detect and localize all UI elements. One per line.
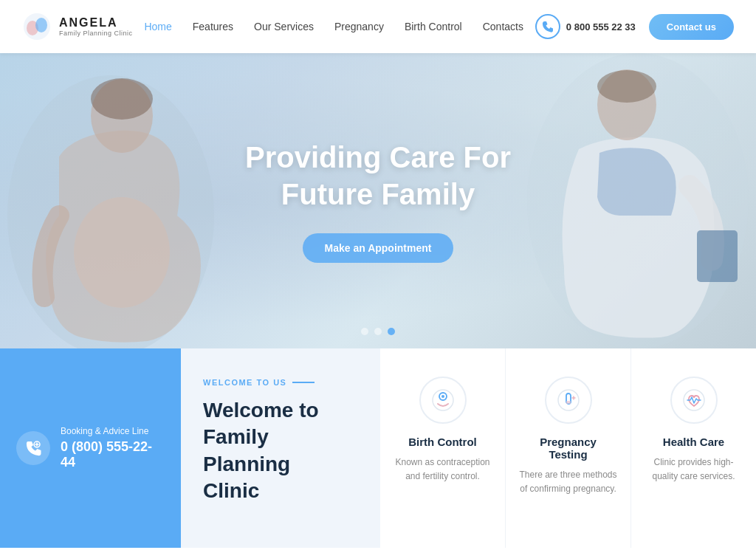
hero-dots <box>361 328 395 335</box>
hero-content: Providing Care For Future Family Make an… <box>245 139 511 263</box>
main-nav: Home Features Our Services Pregnancy Bir… <box>144 21 523 32</box>
welcome-title: Welcome to Family Planning Clinic <box>203 397 358 505</box>
booking-phone: 0 (800) 555-22-44 <box>61 439 165 470</box>
nav-birth-control[interactable]: Birth Control <box>405 21 462 32</box>
booking-panel: Booking & Advice Line 0 (800) 555-22-44 <box>0 348 181 548</box>
pregnancy-testing-desc: There are three methods of confirming pr… <box>519 468 617 496</box>
birth-control-icon-wrap <box>419 377 467 424</box>
hero-doctor-silhouette <box>490 53 756 348</box>
svg-point-4 <box>74 197 170 308</box>
nav-contacts[interactable]: Contacts <box>483 21 523 32</box>
brand-name: ANGELA <box>59 16 133 30</box>
dot-1[interactable] <box>361 328 368 335</box>
phone-area: 0 800 555 22 33 <box>535 14 636 39</box>
contact-button[interactable]: Contact us <box>649 14 734 40</box>
hero-section: Providing Care For Future Family Make an… <box>0 53 756 348</box>
svg-point-6 <box>91 78 153 120</box>
pregnancy-testing-icon <box>556 388 581 413</box>
health-care-icon <box>681 388 707 413</box>
health-care-icon-wrap <box>670 377 718 424</box>
hero-title: Providing Care For Future Family <box>245 139 511 213</box>
service-card-pregnancy-testing: Pregnancy Testing There are three method… <box>506 348 631 548</box>
nav-our-services[interactable]: Our Services <box>254 21 314 32</box>
svg-rect-10 <box>697 230 738 282</box>
service-card-health-care: Health Care Clinic provides high-quality… <box>631 348 756 548</box>
logo-icon <box>22 12 52 41</box>
logo-area[interactable]: ANGELA Family Planning Clinic <box>22 12 133 41</box>
health-care-title: Health Care <box>663 436 724 448</box>
pregnancy-testing-icon-wrap <box>545 377 592 424</box>
svg-point-9 <box>597 70 656 103</box>
welcome-section: WELCOME TO US Welcome to Family Planning… <box>181 348 380 548</box>
nav-features[interactable]: Features <box>193 21 233 32</box>
svg-rect-17 <box>566 401 571 404</box>
nav-pregnancy[interactable]: Pregnancy <box>334 21 384 32</box>
booking-text: Booking & Advice Line 0 (800) 555-22-44 <box>61 426 165 470</box>
birth-control-title: Birth Control <box>408 436 476 448</box>
service-card-birth-control: Birth Control Known as contraception and… <box>380 348 506 548</box>
below-hero-section: Booking & Advice Line 0 (800) 555-22-44 … <box>0 348 756 548</box>
nav-home[interactable]: Home <box>144 21 171 32</box>
hero-person-left <box>0 68 251 348</box>
health-care-desc: Clinic provides high-quality care servic… <box>645 456 743 484</box>
svg-point-18 <box>684 390 704 410</box>
welcome-tag: WELCOME TO US <box>203 378 358 387</box>
brand-subtitle: Family Planning Clinic <box>59 30 133 37</box>
svg-point-14 <box>441 395 444 398</box>
pregnancy-testing-title: Pregnancy Testing <box>519 436 617 461</box>
pregnant-woman-silhouette <box>0 68 251 348</box>
phone-icon <box>535 14 560 39</box>
main-header: ANGELA Family Planning Clinic Home Featu… <box>0 0 756 53</box>
header-phone: 0 800 555 22 33 <box>566 21 636 32</box>
booking-icon <box>16 431 50 465</box>
dot-3[interactable] <box>388 328 395 335</box>
dot-2[interactable] <box>374 328 382 335</box>
services-cards: Birth Control Known as contraception and… <box>380 348 756 548</box>
booking-label: Booking & Advice Line <box>61 426 165 436</box>
birth-control-icon <box>430 388 456 413</box>
svg-point-2 <box>35 18 47 32</box>
header-right: 0 800 555 22 33 Contact us <box>535 14 734 40</box>
appointment-button[interactable]: Make an Appointment <box>303 233 454 263</box>
birth-control-desc: Known as contraception and fertility con… <box>394 456 492 484</box>
logo-text: ANGELA Family Planning Clinic <box>59 16 133 37</box>
doctor-silhouette <box>490 53 756 348</box>
